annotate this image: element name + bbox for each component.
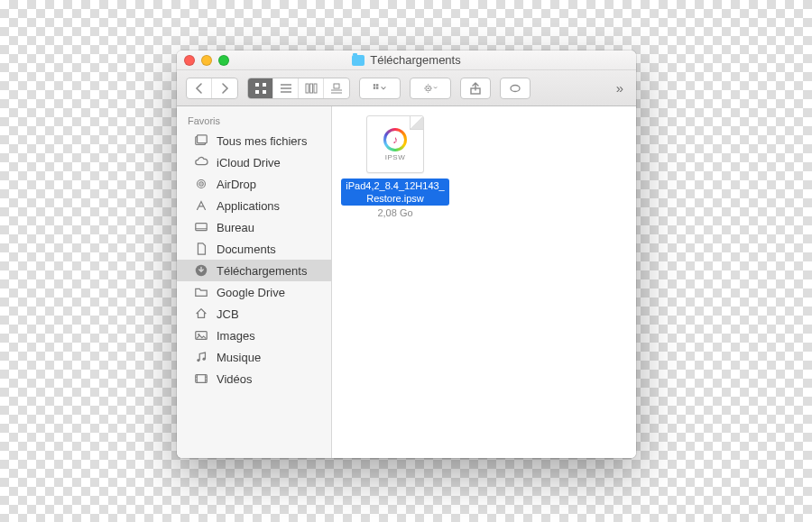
desktop-icon <box>193 219 209 235</box>
sidebar-item-documents[interactable]: Documents <box>177 238 331 260</box>
ipsw-file-icon: ♪ IPSW <box>366 115 424 173</box>
share-button[interactable] <box>461 78 490 98</box>
forward-button[interactable] <box>212 78 237 98</box>
svg-rect-9 <box>376 84 378 86</box>
svg-point-13 <box>428 87 429 89</box>
list-icon <box>279 81 293 96</box>
videos-icon <box>193 371 209 387</box>
svg-point-25 <box>197 359 199 362</box>
view-mode-buttons <box>247 78 350 99</box>
sidebar-item-applications[interactable]: Applications <box>177 195 331 216</box>
svg-rect-2 <box>255 90 259 94</box>
traffic-lights <box>184 55 229 66</box>
arrange-group <box>359 78 401 99</box>
svg-rect-4 <box>306 84 309 93</box>
sidebar-item-label: Bureau <box>217 221 254 234</box>
coverflow-icon <box>329 81 344 96</box>
downloads-icon <box>193 262 209 279</box>
sidebar-item-label: Musique <box>217 351 261 364</box>
action-button[interactable] <box>411 78 450 98</box>
svg-rect-0 <box>255 83 259 87</box>
sidebar-item-label: Applications <box>217 199 280 213</box>
svg-rect-7 <box>334 84 339 88</box>
all-files-icon <box>193 133 209 149</box>
sidebar-item-label: Images <box>217 329 255 343</box>
sidebar-item-downloads[interactable]: Téléchargements <box>177 260 331 281</box>
sidebar-item-icloud[interactable]: iCloud Drive <box>177 151 331 173</box>
content-pane[interactable]: ♪ IPSW iPad4,2_8.4_12H143_Restore.ipsw 2… <box>332 106 636 458</box>
back-button[interactable] <box>187 78 212 98</box>
close-window-button[interactable] <box>184 55 195 66</box>
cloud-icon <box>193 154 209 170</box>
minimize-window-button[interactable] <box>201 55 212 66</box>
sidebar-section-header: Favoris <box>177 112 331 130</box>
toolbar: » <box>177 70 636 106</box>
sidebar-item-all-files[interactable]: Tous mes fichiers <box>177 130 331 151</box>
svg-rect-6 <box>314 84 317 93</box>
documents-icon <box>193 241 209 257</box>
sidebar-item-label: Vidéos <box>217 372 253 386</box>
arrange-icon <box>373 81 387 96</box>
folder-icon <box>193 284 209 300</box>
icon-view-button[interactable] <box>248 78 273 98</box>
svg-rect-17 <box>198 135 208 143</box>
svg-point-26 <box>203 358 206 361</box>
gear-icon <box>423 81 438 96</box>
downloads-folder-icon <box>352 55 364 66</box>
sidebar-item-label: iCloud Drive <box>217 156 281 169</box>
coverflow-view-button[interactable] <box>324 78 349 98</box>
sidebar-item-images[interactable]: Images <box>177 325 331 346</box>
svg-rect-1 <box>263 83 266 87</box>
svg-rect-8 <box>374 84 375 86</box>
sidebar-item-home[interactable]: JCB <box>177 303 331 325</box>
svg-rect-21 <box>196 224 207 231</box>
sidebar-item-label: Google Drive <box>217 286 285 299</box>
grid-icon <box>254 81 268 96</box>
sidebar-item-airdrop[interactable]: AirDrop <box>177 173 331 195</box>
file-ext-badge: IPSW <box>385 153 405 161</box>
sidebar-item-label: Tous mes fichiers <box>217 134 307 148</box>
svg-point-15 <box>511 85 520 91</box>
share-group <box>460 78 491 99</box>
columns-icon <box>304 81 318 96</box>
sidebar-item-label: Documents <box>217 243 276 256</box>
file-name[interactable]: iPad4,2_8.4_12H143_Restore.ipsw <box>341 179 449 206</box>
tag-icon <box>508 81 522 96</box>
share-icon <box>468 81 483 96</box>
chevron-right-icon <box>217 81 232 96</box>
action-group <box>410 78 451 99</box>
tags-button[interactable] <box>501 78 530 98</box>
sidebar-item-videos[interactable]: Vidéos <box>177 368 331 389</box>
images-icon <box>193 327 209 343</box>
home-icon <box>193 306 209 322</box>
sidebar-item-label: AirDrop <box>217 178 256 191</box>
airdrop-icon <box>193 176 209 192</box>
toolbar-overflow-button[interactable]: » <box>613 80 627 96</box>
file-size: 2,08 Go <box>377 207 412 218</box>
svg-rect-5 <box>309 84 312 93</box>
sidebar-item-music[interactable]: Musique <box>177 346 331 368</box>
file-item[interactable]: ♪ IPSW iPad4,2_8.4_12H143_Restore.ipsw 2… <box>341 115 449 218</box>
titlebar[interactable]: Téléchargements <box>177 50 636 70</box>
tags-group <box>500 78 531 99</box>
applications-icon <box>193 197 209 214</box>
svg-rect-3 <box>263 90 266 94</box>
sidebar-item-google-drive[interactable]: Google Drive <box>177 281 331 303</box>
sidebar-item-desktop[interactable]: Bureau <box>177 216 331 238</box>
finder-window: Téléchargements <box>177 50 636 458</box>
zoom-window-button[interactable] <box>218 55 229 66</box>
music-icon <box>193 349 209 365</box>
sidebar-item-label: Téléchargements <box>217 264 307 278</box>
window-title-text: Téléchargements <box>370 53 460 67</box>
column-view-button[interactable] <box>299 78 324 98</box>
chevron-left-icon <box>192 81 207 96</box>
sidebar-item-label: JCB <box>217 307 239 321</box>
svg-rect-11 <box>376 87 378 88</box>
sidebar: Favoris Tous mes fichiers iCloud Drive A… <box>177 106 332 458</box>
window-title: Téléchargements <box>177 53 636 67</box>
svg-point-20 <box>200 183 201 184</box>
window-body: Favoris Tous mes fichiers iCloud Drive A… <box>177 106 636 458</box>
arrange-button[interactable] <box>360 78 400 98</box>
svg-rect-10 <box>374 87 375 88</box>
list-view-button[interactable] <box>273 78 299 98</box>
